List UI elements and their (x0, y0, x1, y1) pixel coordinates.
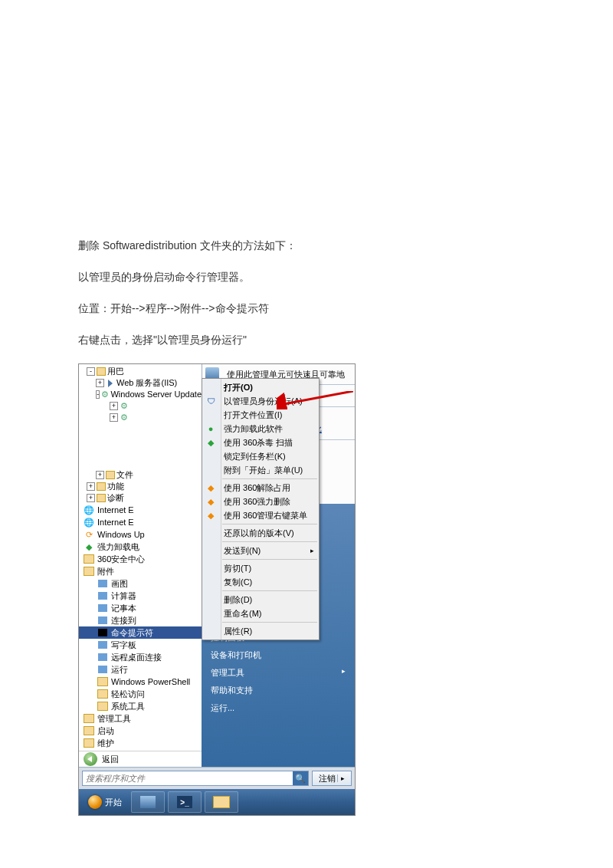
ctx-360-forcedel[interactable]: ◆使用 360强力删除 (202, 495, 319, 508)
paragraph-2: 以管理员的身份启动命令行管理器。 (78, 269, 535, 285)
nav-ease[interactable]: 轻松访问 (79, 688, 202, 700)
ctx-360-rightmenu[interactable]: ◆使用 360管理右键菜单 (202, 508, 319, 522)
nav-startup[interactable]: 启动 (79, 725, 202, 737)
nav-ie[interactable]: 🌐Internet E (79, 504, 202, 516)
ctx-open[interactable]: 打开(O) (202, 380, 319, 394)
nav-360-uninstall[interactable]: ◆强力卸载电 (79, 541, 202, 553)
right-help[interactable]: 帮助和支持 (202, 682, 355, 699)
search-box[interactable]: 🔍 (82, 771, 309, 786)
taskbar-explorer[interactable] (205, 791, 238, 813)
nav-run[interactable]: 运行 (79, 663, 202, 676)
start-button[interactable]: 开始 (82, 793, 128, 811)
nav-paint[interactable]: 画图 (79, 577, 202, 590)
tree-files[interactable]: 文件 (116, 469, 133, 481)
search-icon[interactable]: 🔍 (293, 771, 308, 785)
nav-powershell-folder[interactable]: Windows PowerShell (79, 676, 202, 688)
nav-wordpad[interactable]: 写字板 (79, 639, 202, 651)
nav-systools[interactable]: 系统工具 (79, 700, 202, 712)
tree-iis[interactable]: Web 服务器(IIS) (116, 377, 177, 389)
ctx-rename[interactable]: 重命名(M) (202, 607, 319, 620)
nav-accessories[interactable]: 附件 (79, 565, 202, 577)
nav-360-safe[interactable]: 360安全中心 (79, 553, 202, 565)
chevron-right-icon[interactable]: ▸ (337, 774, 345, 782)
shutdown-button[interactable]: 注销 ▸ (312, 771, 352, 786)
nav-windows-update[interactable]: ⟳Windows Up (79, 528, 202, 541)
ctx-360-uninstall[interactable]: ●强力卸载此软件 (202, 422, 319, 436)
back-button[interactable]: 返回 (79, 751, 202, 767)
ctx-pin-start[interactable]: 附到「开始」菜单(U) (202, 463, 319, 477)
taskbar: 开始 >_ (79, 789, 355, 815)
tree-features[interactable]: 功能 (107, 481, 124, 492)
nav-rdp[interactable]: 远程桌面连接 (79, 651, 202, 663)
paragraph-3: 位置：开始-->程序-->附件-->命令提示符 (78, 301, 535, 317)
ctx-cut[interactable]: 剪切(T) (202, 561, 319, 575)
ctx-360-scan[interactable]: ◆使用 360杀毒 扫描 (202, 436, 319, 449)
paragraph-4: 右键点击，选择"以管理员身份运行" (78, 332, 535, 348)
taskbar-powershell[interactable]: >_ (168, 791, 202, 813)
right-run[interactable]: 运行... (202, 699, 355, 717)
nav-connect[interactable]: 连接到 (79, 614, 202, 626)
ctx-360-unlock[interactable]: ◆使用 360解除占用 (202, 481, 319, 495)
taskbar-server-manager[interactable] (131, 791, 165, 813)
tree-label: 用巴 (107, 366, 124, 377)
ctx-send-to[interactable]: 发送到(N)▸ (202, 544, 319, 557)
ctx-prev-versions[interactable]: 还原以前的版本(V) (202, 526, 319, 540)
ctx-delete[interactable]: 删除(D) (202, 593, 319, 607)
mmc-tree[interactable]: -用巴 +Web 服务器(IIS) -⚙Windows Server Updat… (79, 364, 202, 504)
tree-diag[interactable]: 诊断 (107, 492, 124, 504)
nav-notepad[interactable]: 记事本 (79, 602, 202, 614)
ctx-pin-taskbar[interactable]: 锁定到任务栏(K) (202, 449, 319, 463)
search-input[interactable] (83, 772, 293, 784)
screenshot: -用巴 +Web 服务器(IIS) -⚙Windows Server Updat… (78, 363, 356, 816)
right-admin-tools[interactable]: 管理工具 (202, 664, 355, 682)
ctx-run-as-admin[interactable]: 🛡以管理员身份运行(A) (202, 394, 319, 408)
back-arrow-icon (84, 752, 97, 766)
tree-wsus[interactable]: Windows Server Update (110, 389, 202, 400)
windows-orb-icon (88, 795, 102, 809)
start-left-panel: 🌐Internet E 🌐Internet E ⟳Windows Up ◆强力卸… (79, 504, 202, 767)
nav-ie-64[interactable]: 🌐Internet E (79, 516, 202, 528)
ctx-open-location[interactable]: 打开文件位置(I) (202, 408, 319, 422)
nav-calc[interactable]: 计算器 (79, 590, 202, 602)
paragraph-1: 删除 Softwaredistribution 文件夹的方法如下： (78, 238, 535, 254)
ctx-properties[interactable]: 属性(R) (202, 624, 319, 638)
context-menu: 打开(O) 🛡以管理员身份运行(A) 打开文件位置(I) ●强力卸载此软件 ◆使… (202, 378, 320, 640)
nav-maintain[interactable]: 维护 (79, 737, 202, 749)
right-devices[interactable]: 设备和打印机 (202, 646, 355, 664)
nav-mgmt[interactable]: 管理工具 (79, 712, 202, 725)
nav-cmd-selected[interactable]: 命令提示符 (79, 626, 202, 639)
ctx-copy[interactable]: 复制(C) (202, 575, 319, 589)
start-search-row: 🔍 注销 ▸ (79, 767, 355, 789)
